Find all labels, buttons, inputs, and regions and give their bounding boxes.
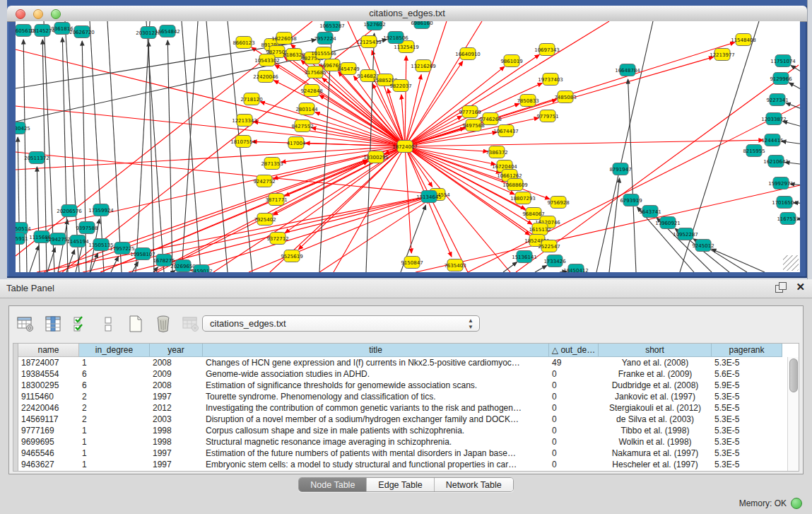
scrollbar-thumb[interactable]: [789, 358, 798, 392]
table-row[interactable]: 911546021997Tourette syndrome. Phenomeno…: [18, 391, 787, 402]
graph-edge[interactable]: [712, 249, 765, 272]
table-cell[interactable]: Estimation of the future numbers of pati…: [203, 448, 549, 459]
table-cell[interactable]: 5.3E-5: [712, 436, 782, 448]
table-cell[interactable]: 2008: [150, 357, 203, 368]
table-cell[interactable]: 0: [549, 380, 599, 391]
table-cell[interactable]: 1997: [150, 391, 203, 402]
graph-edge[interactable]: [405, 66, 505, 146]
column-header-name[interactable]: name: [18, 344, 79, 357]
graph-edge[interactable]: [782, 141, 800, 148]
table-cell[interactable]: de Silva et al. (2003): [599, 414, 712, 425]
table-cell[interactable]: 1997: [150, 448, 203, 459]
graph-edge[interactable]: [136, 21, 150, 272]
table-cell[interactable]: Estimation of significance thresholds fo…: [203, 380, 549, 391]
graph-edge[interactable]: [783, 121, 800, 136]
table-cell[interactable]: 0: [549, 436, 599, 448]
table-cell[interactable]: 0: [549, 459, 599, 470]
table-cell[interactable]: 9465546: [18, 448, 79, 459]
table-row[interactable]: 2242004622012Investigating the contribut…: [18, 402, 787, 414]
delete-table-icon[interactable]: [154, 315, 172, 333]
table-row[interactable]: 1830029562008Estimation of significance …: [18, 380, 787, 391]
table-cell[interactable]: 5.3E-5: [712, 391, 782, 402]
table-cell[interactable]: 0: [549, 425, 599, 436]
table-cell[interactable]: Stergiakouli et al. (2012): [599, 402, 712, 414]
table-cell[interactable]: 0: [549, 414, 599, 425]
table-cell[interactable]: 5.3E-5: [712, 414, 782, 425]
network-window-titlebar[interactable]: citations_edges.txt: [7, 6, 807, 22]
graph-edge[interactable]: [148, 42, 154, 272]
table-cell[interactable]: Changes of HCN gene expression and I(f) …: [203, 357, 549, 368]
vertical-scrollbar[interactable]: [787, 357, 799, 471]
table-cell[interactable]: 22420046: [18, 402, 79, 414]
table-cell[interactable]: 6: [79, 380, 150, 391]
table-cell[interactable]: 49: [549, 357, 599, 368]
table-cell[interactable]: 18300295: [18, 380, 79, 391]
network-graph[interactable]: 1872400786601238912954182260589827509105…: [16, 21, 800, 272]
tab-edge-table[interactable]: Edge Table: [367, 478, 434, 491]
table-cell[interactable]: 9777169: [18, 425, 79, 436]
table-cell[interactable]: Hescheler et al. (1997): [599, 459, 712, 470]
graph-edge[interactable]: [30, 245, 39, 272]
tab-network-table[interactable]: Network Table: [435, 478, 513, 491]
table-cell[interactable]: 14569117: [18, 414, 79, 425]
table-cell[interactable]: Jankovic et al. (1997): [599, 391, 712, 402]
graph-edge[interactable]: [416, 185, 800, 272]
column-header-pagerank[interactable]: pagerank: [712, 344, 782, 357]
table-cell[interactable]: 5.3E-5: [712, 357, 782, 368]
graph-edge[interactable]: [37, 167, 40, 272]
table-cell[interactable]: 1998: [150, 425, 203, 436]
table-cell[interactable]: 5.3E-5: [712, 459, 782, 470]
table-options-icon[interactable]: [16, 315, 35, 333]
table-cell[interactable]: Structural magnetic resonance image aver…: [203, 436, 549, 448]
table-cell[interactable]: Nakamura et al. (1997): [599, 448, 712, 459]
table-cell[interactable]: 5.3E-5: [712, 448, 782, 459]
resize-grip[interactable]: [783, 255, 799, 271]
graph-edge[interactable]: [596, 21, 653, 272]
graph-edge[interactable]: [213, 146, 405, 272]
graph-edge[interactable]: [628, 79, 636, 272]
table-cell[interactable]: 0: [549, 402, 599, 414]
graph-edge[interactable]: [503, 262, 517, 272]
table-cell[interactable]: 1: [79, 357, 150, 368]
table-cell[interactable]: 1998: [150, 436, 203, 448]
table-row[interactable]: 969969511998Structural magnetic resonanc…: [18, 436, 787, 448]
table-cell[interactable]: Tibbo et al. (1998): [599, 425, 712, 436]
graph-edge[interactable]: [405, 62, 463, 146]
table-cell[interactable]: 2012: [150, 402, 203, 414]
graph-edge[interactable]: [206, 21, 228, 272]
table-cell[interactable]: 0: [549, 391, 599, 402]
table-cell[interactable]: Disruption of a novel member of a sodium…: [203, 414, 549, 425]
table-cell[interactable]: 2: [79, 402, 150, 414]
select-all-icon[interactable]: [71, 315, 90, 333]
table-cell[interactable]: Wolkin et al. (1998): [599, 436, 712, 448]
tab-node-table[interactable]: Node Table: [299, 478, 367, 491]
graph-edge[interactable]: [298, 146, 405, 250]
table-row[interactable]: 1938455462009Genome-wide association stu…: [18, 368, 787, 380]
table-row[interactable]: 1456911722003Disruption of a novel membe…: [18, 414, 787, 425]
network-canvas[interactable]: 1872400786601238912954182260589827509105…: [16, 21, 800, 272]
graph-edge[interactable]: [16, 146, 405, 233]
table-cell[interactable]: 2: [79, 414, 150, 425]
table-cell[interactable]: 1: [79, 459, 150, 470]
show-columns-icon[interactable]: [44, 315, 62, 333]
close-panel-icon[interactable]: ✕: [796, 282, 805, 292]
table-cell[interactable]: 5.6E-5: [712, 368, 782, 380]
deselect-all-icon[interactable]: [99, 315, 117, 333]
table-cell[interactable]: 9699695: [18, 436, 79, 448]
graph-edge[interactable]: [16, 106, 405, 146]
table-cell[interactable]: Yano et al. (2008): [599, 357, 712, 368]
float-panel-icon[interactable]: [775, 282, 786, 292]
graph-edge[interactable]: [260, 102, 405, 146]
column-header-short[interactable]: short: [599, 344, 712, 357]
table-cell[interactable]: 18724007: [18, 357, 79, 368]
table-cell[interactable]: 2003: [150, 414, 203, 425]
table-cell[interactable]: Tourette syndrome. Phenomenology and cla…: [203, 391, 549, 402]
table-cell[interactable]: 1997: [150, 459, 203, 470]
graph-edge[interactable]: [167, 40, 172, 272]
table-cell[interactable]: Dudbridge et al. (2008): [599, 380, 712, 391]
table-cell[interactable]: 6: [79, 368, 150, 380]
new-table-icon[interactable]: [126, 315, 145, 333]
table-cell[interactable]: Franke et al. (2009): [599, 368, 712, 380]
graph-edge[interactable]: [405, 140, 763, 146]
table-row[interactable]: 977716911998Corpus callosum shape and si…: [18, 425, 787, 436]
